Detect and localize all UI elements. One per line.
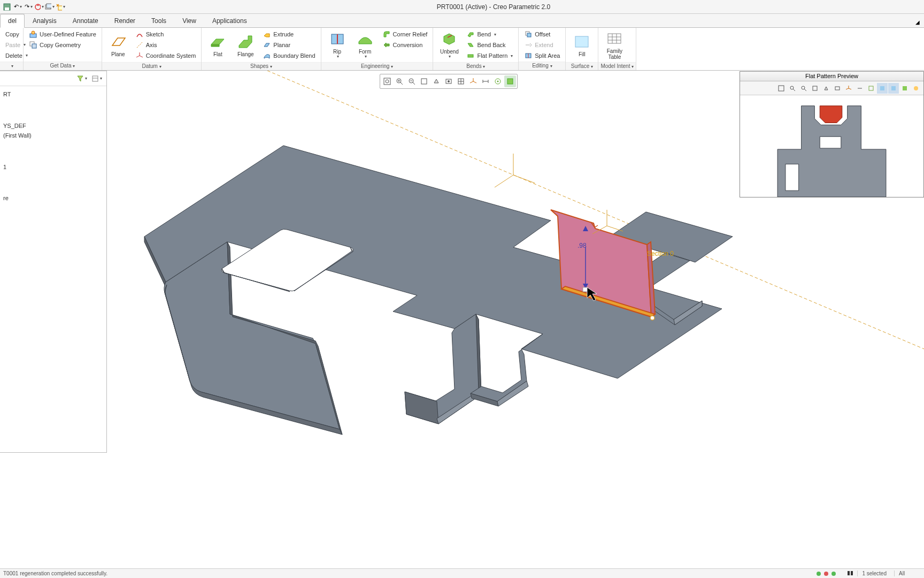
- unbend-button[interactable]: Unbend▾: [436, 29, 462, 61]
- svg-rect-27: [384, 78, 390, 85]
- saved-views-icon[interactable]: [443, 75, 455, 87]
- repaint-icon[interactable]: [418, 75, 430, 87]
- form-button[interactable]: Form▾: [352, 29, 378, 61]
- flat-pattern-button[interactable]: Flat Pattern▾: [464, 51, 515, 61]
- tab-model[interactable]: del: [0, 14, 25, 28]
- preview-opt3-icon[interactable]: [899, 83, 910, 94]
- tab-view[interactable]: View: [174, 14, 204, 27]
- extend-button[interactable]: Extend: [522, 40, 562, 50]
- preview-opt4-icon[interactable]: [911, 83, 921, 94]
- bend-icon: [466, 30, 475, 39]
- annotation-display-icon[interactable]: [480, 75, 491, 87]
- plane-button[interactable]: Plane: [105, 29, 131, 61]
- ribbon-minimize-icon[interactable]: ◢: [913, 17, 922, 27]
- boundary-blend-button[interactable]: Boundary Blend: [260, 51, 317, 61]
- conversion-button[interactable]: Conversion: [380, 40, 430, 50]
- selection-filter-icon[interactable]: [846, 569, 854, 578]
- svg-rect-13: [468, 55, 473, 57]
- svg-point-7: [32, 31, 35, 34]
- svg-rect-67: [880, 86, 884, 90]
- group-model-intent: Family Table Model Intent ▾: [598, 28, 636, 70]
- svg-point-28: [386, 80, 389, 83]
- view-manager-icon[interactable]: [455, 75, 467, 87]
- group-bends: Unbend▾ Bend▾ Bend Back Flat Pattern▾ Be…: [433, 28, 519, 70]
- tree-item-here[interactable]: re: [2, 193, 104, 203]
- titlebar: ↶▾ ↷▾ ▾ ▾ ▾ PRT0001 (Active) - Creo Para…: [0, 0, 924, 14]
- qat-save-icon[interactable]: [2, 2, 12, 12]
- sketch-button[interactable]: Sketch: [133, 29, 198, 40]
- preview-toolbar: [740, 81, 923, 95]
- preview-annot-icon[interactable]: [866, 83, 876, 94]
- axis-button[interactable]: Axis: [133, 40, 198, 50]
- user-defined-feature-button[interactable]: User-Defined Feature: [27, 29, 98, 39]
- tab-analysis[interactable]: Analysis: [25, 14, 65, 27]
- tab-annotate[interactable]: Annotate: [65, 14, 106, 27]
- tree-settings-icon[interactable]: ▾: [91, 73, 102, 84]
- tree-csys-item[interactable]: YS_DEF: [2, 121, 104, 131]
- preview-views-icon[interactable]: [832, 83, 843, 94]
- svg-point-70: [914, 86, 918, 90]
- corner-relief-button[interactable]: Corner Relief: [380, 29, 430, 40]
- tree-root-item[interactable]: RT: [2, 89, 104, 100]
- refit-icon[interactable]: [381, 75, 393, 87]
- preview-opt2-icon[interactable]: [888, 83, 899, 94]
- display-style-icon[interactable]: [430, 75, 442, 87]
- preview-zoomout-icon[interactable]: [798, 83, 809, 94]
- section-label: Section 0: [647, 250, 674, 257]
- svg-rect-63: [813, 86, 817, 90]
- split-area-button[interactable]: Split Area: [522, 50, 562, 60]
- tree-body: RT YS_DEF (First Wall) 1 re: [0, 86, 106, 207]
- preview-csys-icon[interactable]: [843, 83, 854, 94]
- bend-back-button[interactable]: Bend Back: [464, 40, 515, 50]
- flat-button[interactable]: Flat: [205, 29, 230, 61]
- svg-line-52: [513, 175, 535, 183]
- svg-rect-19: [575, 36, 588, 47]
- tree-filter-icon[interactable]: ▾: [76, 73, 87, 84]
- preview-refit-icon[interactable]: [776, 83, 787, 94]
- planar-button[interactable]: Planar: [260, 40, 317, 50]
- tree-item-1[interactable]: 1: [2, 162, 104, 172]
- svg-rect-15: [527, 33, 531, 37]
- flange-icon: [237, 33, 254, 50]
- preview-opt1-icon[interactable]: [877, 83, 888, 94]
- zoom-in-icon[interactable]: [394, 75, 405, 87]
- tree-firstwall-item[interactable]: (First Wall): [2, 131, 104, 141]
- svg-rect-66: [869, 86, 873, 90]
- preview-style-icon[interactable]: [821, 83, 831, 94]
- tab-tools[interactable]: Tools: [143, 14, 174, 27]
- group-surface: Fill Surface ▾: [566, 28, 598, 70]
- fill-button[interactable]: Fill: [569, 29, 595, 61]
- udf-icon: [29, 30, 37, 39]
- bend-button[interactable]: Bend▾: [464, 29, 515, 40]
- tab-applications[interactable]: Applications: [204, 14, 255, 27]
- datum-display-icon[interactable]: [467, 75, 479, 87]
- preview-repaint-icon[interactable]: [810, 83, 820, 94]
- regenerate-icon[interactable]: ▾: [34, 2, 44, 12]
- extrude-button[interactable]: Extrude: [260, 29, 317, 40]
- tab-render[interactable]: Render: [106, 14, 143, 27]
- rip-button[interactable]: Rip▾: [325, 29, 350, 61]
- offset-button[interactable]: Offset: [522, 29, 562, 39]
- preview-canvas[interactable]: [740, 95, 923, 197]
- preview-dim-icon[interactable]: [854, 83, 865, 94]
- coordinate-system-button[interactable]: Coordinate System: [133, 51, 198, 61]
- windows-icon[interactable]: ▾: [45, 2, 55, 12]
- family-table-button[interactable]: Family Table: [602, 29, 627, 61]
- undo-icon[interactable]: ↶▾: [13, 2, 22, 12]
- spin-center-icon[interactable]: [492, 75, 504, 87]
- preview-titlebar[interactable]: Flat Pattern Preview: [740, 72, 923, 81]
- flange-button[interactable]: Flange: [233, 29, 258, 61]
- rendering-options-icon[interactable]: [504, 75, 516, 87]
- flat-pattern-preview-window: Flat Pattern Preview: [740, 71, 924, 197]
- dimension-value[interactable]: .98: [578, 242, 587, 249]
- svg-line-60: [793, 89, 795, 91]
- csys-icon: [135, 51, 144, 60]
- redo-icon[interactable]: ↷▾: [24, 2, 33, 12]
- copy-geometry-button[interactable]: Copy Geometry: [27, 40, 98, 50]
- selection-filter-dropdown[interactable]: All: [894, 571, 921, 576]
- app-title: PRT0001 (Active) - Creo Parametric 2.0: [65, 3, 922, 11]
- extend-icon: [524, 41, 533, 49]
- close-window-icon[interactable]: ▾: [56, 2, 65, 12]
- preview-zoomin-icon[interactable]: [787, 83, 798, 94]
- zoom-out-icon[interactable]: [406, 75, 418, 87]
